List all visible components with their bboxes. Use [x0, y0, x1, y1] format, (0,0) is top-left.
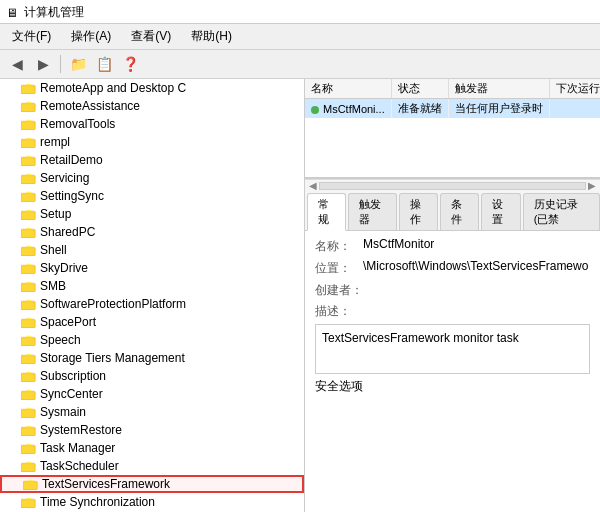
folder-icon — [20, 333, 36, 347]
tree-item-textservicesframework[interactable]: TextServicesFramework — [0, 475, 304, 493]
properties-button[interactable]: 📋 — [93, 53, 115, 75]
tree-item-skydrive[interactable]: SkyDrive — [0, 259, 304, 277]
menu-view[interactable]: 查看(V) — [125, 26, 177, 47]
tree-item-subscription[interactable]: Subscription — [0, 367, 304, 385]
col-name: 名称 — [305, 79, 391, 99]
folder-icon — [20, 369, 36, 383]
tree-item-storage-tiers-management[interactable]: Storage Tiers Management — [0, 349, 304, 367]
svg-rect-45 — [23, 482, 37, 490]
toolbar: ◀ ▶ 📁 📋 ❓ — [0, 50, 600, 79]
title-bar: 🖥 计算机管理 — [0, 0, 600, 24]
tab-设置[interactable]: 设置 — [481, 193, 520, 230]
help-button[interactable]: ❓ — [119, 53, 141, 75]
svg-rect-11 — [21, 176, 35, 184]
tree-item-task-manager[interactable]: Task Manager — [0, 439, 304, 457]
menu-file[interactable]: 文件(F) — [6, 26, 57, 47]
svg-rect-5 — [21, 122, 35, 130]
svg-rect-37 — [21, 410, 35, 418]
folder-icon — [20, 117, 36, 131]
desc-label: 描述： — [315, 303, 590, 320]
folder-icon — [20, 81, 36, 95]
tree-item-settingsync[interactable]: SettingSync — [0, 187, 304, 205]
tree-item-setup[interactable]: Setup — [0, 205, 304, 223]
task-next-run — [549, 99, 600, 119]
tree-item-smb[interactable]: SMB — [0, 277, 304, 295]
forward-button[interactable]: ▶ — [32, 53, 54, 75]
folder-icon — [20, 153, 36, 167]
left-pane[interactable]: RemoteApp and Desktop C RemoteAssistance… — [0, 79, 305, 512]
tree-item-label: Storage Tiers Management — [40, 351, 185, 365]
name-value: MsCtfMonitor — [363, 237, 434, 251]
folder-icon — [20, 207, 36, 221]
tree-item-label: SharedPC — [40, 225, 95, 239]
tree-item-label: RemoteApp and Desktop C — [40, 81, 186, 95]
tree-item-softwareprotectionplatform[interactable]: SoftwareProtectionPlatform — [0, 295, 304, 313]
tree-item-remoteapp-and-desktop-c[interactable]: RemoteApp and Desktop C — [0, 79, 304, 97]
tree-item-label: SystemRestore — [40, 423, 122, 437]
tree-item-label: SkyDrive — [40, 261, 88, 275]
tree-item-speech[interactable]: Speech — [0, 331, 304, 349]
task-list-area: 名称 状态 触发器 下次运行 MsCtfMoni...准备就绪当任何用户登录时 — [305, 79, 600, 179]
tree-item-rempl[interactable]: rempl — [0, 133, 304, 151]
tree-item-shell[interactable]: Shell — [0, 241, 304, 259]
tab-条件[interactable]: 条件 — [440, 193, 479, 230]
folder-icon — [22, 477, 38, 491]
svg-rect-31 — [21, 356, 35, 364]
name-label: 名称： — [315, 237, 363, 255]
tab-触发器[interactable]: 触发器 — [348, 193, 396, 230]
tab-操作[interactable]: 操作 — [399, 193, 438, 230]
svg-rect-19 — [21, 248, 35, 256]
author-label: 创建者： — [315, 281, 363, 299]
folder-icon — [20, 225, 36, 239]
svg-rect-29 — [21, 338, 35, 346]
folder-icon — [20, 243, 36, 257]
tree-item-systemrestore[interactable]: SystemRestore — [0, 421, 304, 439]
tree-item-taskscheduler[interactable]: TaskScheduler — [0, 457, 304, 475]
tab-常规[interactable]: 常规 — [307, 193, 346, 231]
folder-icon — [20, 405, 36, 419]
tree-item-label: SyncCenter — [40, 387, 103, 401]
svg-rect-9 — [21, 158, 35, 166]
back-button[interactable]: ◀ — [6, 53, 28, 75]
folder-icon — [20, 459, 36, 473]
tree-item-spaceport[interactable]: SpacePort — [0, 313, 304, 331]
tree-item-remoteassistance[interactable]: RemoteAssistance — [0, 97, 304, 115]
tree-item-label: Servicing — [40, 171, 89, 185]
svg-rect-47 — [21, 500, 35, 508]
tree-item-sysmain[interactable]: Sysmain — [0, 403, 304, 421]
menu-help[interactable]: 帮助(H) — [185, 26, 238, 47]
table-row[interactable]: MsCtfMoni...准备就绪当任何用户登录时 — [305, 99, 600, 119]
tree-item-label: TextServicesFramework — [42, 477, 170, 491]
tree-item-time-synchronization[interactable]: Time Synchronization — [0, 493, 304, 511]
tab-历史记录(已禁[interactable]: 历史记录(已禁 — [523, 193, 600, 230]
tree-item-sharedpc[interactable]: SharedPC — [0, 223, 304, 241]
tree-item-servicing[interactable]: Servicing — [0, 169, 304, 187]
folder-icon — [20, 387, 36, 401]
menu-action[interactable]: 操作(A) — [65, 26, 117, 47]
tree-item-label: Speech — [40, 333, 81, 347]
tree-item-label: SettingSync — [40, 189, 104, 203]
task-status: 准备就绪 — [391, 99, 448, 119]
tree-item-retaildemo[interactable]: RetailDemo — [0, 151, 304, 169]
status-dot — [311, 106, 319, 114]
tree-item-label: TaskScheduler — [40, 459, 119, 473]
svg-rect-43 — [21, 464, 35, 472]
tree-item-label: SoftwareProtectionPlatform — [40, 297, 186, 311]
svg-rect-41 — [21, 446, 35, 454]
tree-item-synccenter[interactable]: SyncCenter — [0, 385, 304, 403]
location-label: 位置： — [315, 259, 363, 277]
author-row: 创建者： — [315, 281, 590, 299]
folder-button[interactable]: 📁 — [67, 53, 89, 75]
tree-item-label: RetailDemo — [40, 153, 103, 167]
svg-rect-7 — [21, 140, 35, 148]
tree-item-label: Subscription — [40, 369, 106, 383]
col-trigger: 触发器 — [448, 79, 549, 99]
folder-icon — [20, 495, 36, 509]
location-value: \Microsoft\Windows\TextServicesFramewo — [363, 259, 588, 273]
tree-item-removaltools[interactable]: RemovalTools — [0, 115, 304, 133]
tree-item-label: SMB — [40, 279, 66, 293]
window-title: 计算机管理 — [24, 4, 84, 21]
tree-item-label: Setup — [40, 207, 71, 221]
tree-item-label: Task Manager — [40, 441, 115, 455]
svg-rect-33 — [21, 374, 35, 382]
